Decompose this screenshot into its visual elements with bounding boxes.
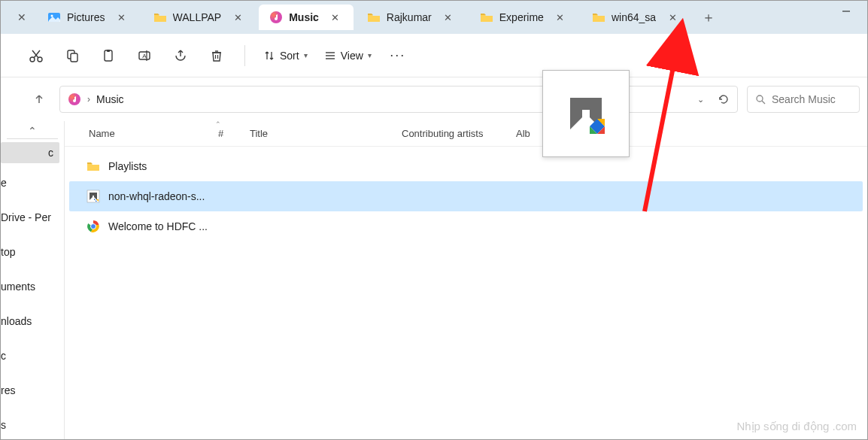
column-name[interactable]: Name [83,128,211,139]
more-button[interactable]: ··· [384,41,412,70]
chevron-down-icon: ▾ [368,51,372,59]
search-icon [755,94,766,105]
sidebar-item-active[interactable]: c [1,142,59,163]
tab-close-icon[interactable]: ✕ [438,12,459,23]
sort-indicator-icon: ⌃ [215,120,221,128]
folder-icon [367,11,381,24]
sidebar: ⌃ c e Drive - Per top uments nloads c re… [1,121,65,440]
column-contributing[interactable]: Contributing artists [396,128,508,139]
tab-close-icon[interactable]: ✕ [111,12,132,23]
folder-icon [592,11,605,24]
tab-label: Pictures [67,11,105,23]
sidebar-item[interactable]: nloads [1,311,64,332]
svg-rect-9 [71,53,77,62]
address-bar[interactable]: › Music ⌄ [59,86,738,113]
up-button[interactable] [28,88,50,111]
folder-icon [86,159,101,174]
file-name: non-whql-radeon-s... [108,190,205,202]
file-name: Welcome to HDFC ... [108,220,208,232]
file-list: Playlists non-whql-radeon-s... Welcome t… [65,147,867,241]
sidebar-item[interactable]: c [1,345,64,366]
chevron-down-icon: ▾ [304,51,308,59]
file-row-playlists[interactable]: Playlists [69,151,863,181]
tab-rajkumar[interactable]: Rajkumar ✕ [357,5,466,30]
tab-win64sa[interactable]: win64_sa ✕ [581,5,690,30]
svg-point-2 [51,15,53,17]
tab-label: WALLPAP [173,11,222,23]
search-input[interactable] [772,93,851,105]
window-minimize-button[interactable] [839,4,854,19]
search-box[interactable] [747,86,860,113]
watermark: Nhịp sống di động .com [736,420,857,433]
sidebar-item[interactable]: e [1,172,64,193]
column-headers: ⌃ Name # Title Contributing artists Alb [65,121,867,147]
copy-button[interactable] [58,41,86,70]
chevron-down-icon[interactable]: ⌄ [697,95,704,105]
svg-point-23 [757,96,763,102]
svg-rect-10 [105,50,112,61]
cut-button[interactable] [22,41,50,70]
tab-close-icon[interactable]: ✕ [662,12,683,23]
tab-wallpaper[interactable]: WALLPAP ✕ [143,5,256,30]
sort-icon [263,50,275,62]
sidebar-item[interactable]: s [1,414,64,435]
chevron-right-icon: › [87,94,90,105]
music-icon [68,93,81,106]
amd-icon [86,189,101,204]
tab-label: Experime [499,11,544,23]
tab-close-icon[interactable]: ✕ [227,12,248,23]
delete-button[interactable] [202,41,231,70]
file-name: Playlists [108,160,147,172]
music-icon [269,11,283,24]
breadcrumb-location[interactable]: Music [96,93,124,105]
file-row-hdfc[interactable]: Welcome to HDFC ... [69,211,863,241]
amd-icon [560,87,612,140]
tab-label: win64_sa [612,11,656,23]
folder-icon [153,11,167,24]
refresh-button[interactable] [718,93,730,105]
column-number[interactable]: # [212,128,242,139]
sort-label: Sort [280,50,299,62]
separator [244,45,245,66]
tab-experiment[interactable]: Experime ✕ [469,5,578,30]
tabs-bar: ✕ Pictures ✕ WALLPAP ✕ Music ✕ Rajkumar … [1,1,867,34]
tab-label: Rajkumar [387,11,432,23]
sort-button[interactable]: Sort ▾ [259,41,312,70]
view-button[interactable]: View ▾ [320,41,376,70]
nav-row: ← › Music ⌄ [1,77,867,121]
close-icon[interactable]: ✕ [7,11,37,23]
sidebar-item[interactable]: Drive - Per [1,207,64,228]
tab-close-icon[interactable]: ✕ [325,12,346,23]
tab-close-icon[interactable]: ✕ [550,12,571,23]
new-tab-button[interactable]: ＋ [693,8,724,26]
file-row-radeon[interactable]: non-whql-radeon-s... [69,181,863,211]
svg-line-24 [762,101,765,104]
tab-music[interactable]: Music ✕ [259,5,354,30]
tab-label: Music [289,11,319,23]
column-title[interactable]: Title [244,128,394,139]
sidebar-item[interactable]: top [1,241,64,262]
drag-preview [542,70,630,157]
folder-icon [480,11,493,24]
view-icon [324,50,336,62]
sidebar-scroll-up[interactable]: ⌃ [1,123,64,139]
sidebar-item[interactable]: uments [1,276,64,297]
share-button[interactable] [166,41,195,70]
rename-button[interactable]: A [130,41,159,70]
tab-pictures[interactable]: Pictures ✕ [37,5,140,30]
view-label: View [341,50,363,62]
main-panel: ⌃ Name # Title Contributing artists Alb … [65,121,867,440]
toolbar: A Sort ▾ View ▾ ··· [1,34,867,77]
svg-rect-11 [107,50,110,52]
chrome-icon [86,219,101,234]
paste-button[interactable] [94,41,123,70]
sidebar-item[interactable]: res [1,380,64,401]
pictures-icon [47,11,61,24]
